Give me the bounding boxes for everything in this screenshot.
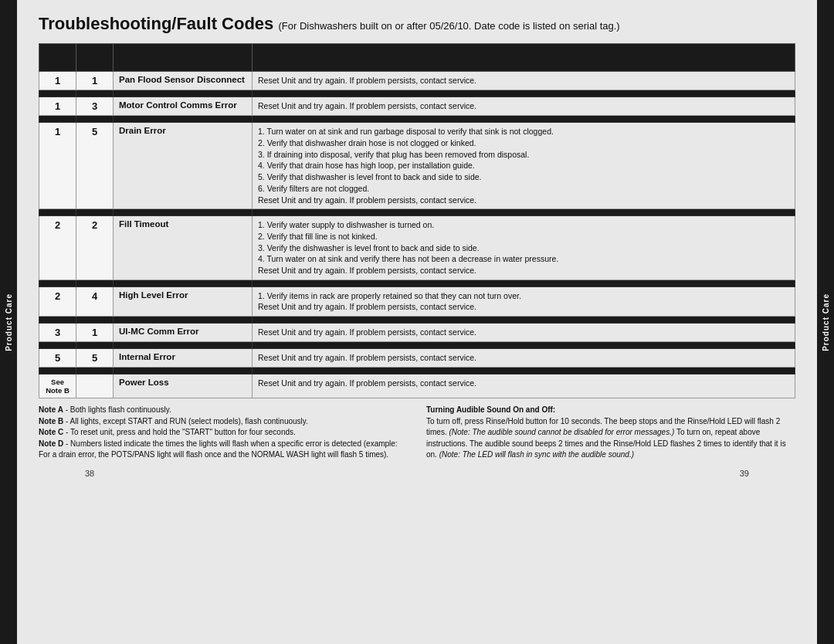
side-label-left-text: Product Care bbox=[5, 293, 13, 351]
col-header-1 bbox=[39, 44, 76, 72]
page-numbers: 38 39 bbox=[39, 469, 795, 478]
table-row: 55Internal ErrorReset Unit and try again… bbox=[39, 349, 795, 368]
note-a: Note A - Both lights flash continuously. bbox=[39, 405, 408, 416]
row-col1: 1 bbox=[39, 123, 76, 209]
note-c: Note C - To reset unit, press and hold t… bbox=[39, 427, 408, 439]
fault-table: 11Pan Flood Sensor DisconnectReset Unit … bbox=[39, 43, 795, 398]
notes-right: Turning Audible Sound On and Off: To tur… bbox=[426, 405, 795, 461]
turning-body: To turn off, press Rinse/Hold button for… bbox=[426, 416, 795, 461]
page-num-right: 39 bbox=[740, 469, 749, 478]
row-col1: 5 bbox=[39, 349, 76, 368]
notes-section: Note A - Both lights flash continuously.… bbox=[39, 405, 795, 461]
row-col2: 4 bbox=[76, 286, 114, 316]
row-desc: Motor Control Comms Error bbox=[114, 97, 253, 116]
row-desc: High Level Error bbox=[114, 286, 253, 316]
row-col1: 1 bbox=[39, 97, 76, 116]
row-desc: Drain Error bbox=[114, 123, 253, 209]
row-action: 1. Verify water supply to dishwasher is … bbox=[253, 216, 795, 280]
table-row: 15Drain Error1. Turn water on at sink an… bbox=[39, 123, 795, 209]
page-title: Troubleshooting/Fault Codes (For Dishwas… bbox=[39, 14, 795, 34]
row-action: Reset Unit and try again. If problem per… bbox=[253, 324, 795, 342]
page-subtitle: (For Dishwashers built on or after 05/26… bbox=[278, 20, 619, 32]
table-header-row bbox=[39, 44, 795, 72]
row-col2: 1 bbox=[76, 72, 114, 90]
row-col2: 5 bbox=[76, 123, 114, 209]
row-action: Reset Unit and try again. If problem per… bbox=[253, 375, 795, 398]
row-col1: 1 bbox=[39, 72, 76, 90]
row-col2: 5 bbox=[76, 349, 114, 368]
main-content: Troubleshooting/Fault Codes (For Dishwas… bbox=[17, 0, 817, 644]
fault-table-body: 11Pan Flood Sensor DisconnectReset Unit … bbox=[39, 72, 795, 398]
table-row: 31UI-MC Comm ErrorReset Unit and try aga… bbox=[39, 324, 795, 342]
col-header-4 bbox=[253, 44, 795, 72]
row-col2: 2 bbox=[76, 216, 114, 280]
row-desc: Pan Flood Sensor Disconnect bbox=[114, 72, 253, 90]
table-row: 11Pan Flood Sensor DisconnectReset Unit … bbox=[39, 72, 795, 90]
col-header-3 bbox=[114, 44, 253, 72]
row-col2: 3 bbox=[76, 97, 114, 116]
side-label-left: Product Care bbox=[0, 0, 17, 644]
side-label-right: Product Care bbox=[817, 0, 834, 644]
row-col1: 2 bbox=[39, 216, 76, 280]
table-row: 24High Level Error1. Verify items in rac… bbox=[39, 286, 795, 316]
table-row: See Note BPower LossReset Unit and try a… bbox=[39, 375, 795, 398]
row-desc: Internal Error bbox=[114, 349, 253, 368]
row-action: 1. Turn water on at sink and run garbage… bbox=[253, 123, 795, 209]
row-desc: UI-MC Comm Error bbox=[114, 324, 253, 342]
row-col2 bbox=[76, 375, 114, 398]
row-action: 1. Verify items in rack are properly ret… bbox=[253, 286, 795, 316]
side-label-right-text: Product Care bbox=[822, 293, 830, 351]
table-row: 13Motor Control Comms ErrorReset Unit an… bbox=[39, 97, 795, 116]
row-col1: See Note B bbox=[39, 375, 76, 398]
row-action: Reset Unit and try again. If problem per… bbox=[253, 349, 795, 368]
row-desc: Fill Timeout bbox=[114, 216, 253, 280]
page-num-left: 38 bbox=[85, 469, 94, 478]
row-col1: 2 bbox=[39, 286, 76, 316]
notes-left: Note A - Both lights flash continuously.… bbox=[39, 405, 408, 461]
col-header-2 bbox=[76, 44, 114, 72]
row-action: Reset Unit and try again. If problem per… bbox=[253, 72, 795, 90]
table-row: 22Fill Timeout1. Verify water supply to … bbox=[39, 216, 795, 280]
note-d: Note D - Numbers listed indicate the tim… bbox=[39, 439, 408, 461]
row-desc: Power Loss bbox=[114, 375, 253, 398]
note-b: Note B - All lights, except START and RU… bbox=[39, 416, 408, 428]
turning-title: Turning Audible Sound On and Off: bbox=[426, 405, 795, 416]
row-col2: 1 bbox=[76, 324, 114, 342]
row-col1: 3 bbox=[39, 324, 76, 342]
row-action: Reset Unit and try again. If problem per… bbox=[253, 97, 795, 116]
